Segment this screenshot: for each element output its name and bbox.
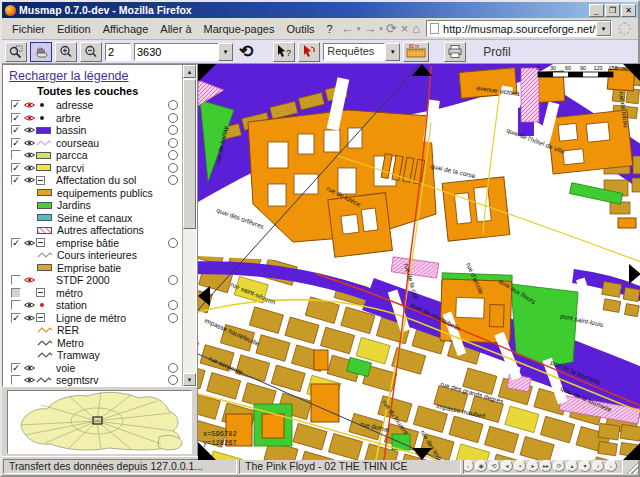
pan-tool-button[interactable] (30, 42, 52, 62)
reload-icon[interactable]: ⟳ (384, 22, 399, 36)
menu-item-aller-[interactable]: Aller à (154, 21, 197, 37)
media-button[interactable]: ▴ (566, 460, 578, 472)
reload-legend-link[interactable]: Recharger la légende (9, 69, 129, 83)
layer-radio[interactable] (168, 363, 178, 373)
forward-icon[interactable]: → (361, 22, 378, 36)
scale-combobox[interactable]: ▾ (134, 43, 233, 61)
layer-visibility-eye-icon[interactable] (24, 301, 36, 309)
media-button[interactable]: › (605, 460, 617, 472)
layer-visibility-eye-icon[interactable] (24, 101, 36, 109)
scroll-up-icon[interactable]: ▲ (183, 65, 196, 78)
layer-checkbox[interactable] (11, 150, 21, 160)
layer-checkbox[interactable]: ✓ (11, 100, 21, 110)
layer-radio[interactable] (168, 375, 178, 385)
layer-checkbox[interactable]: ✓ (11, 175, 21, 185)
identify-tool-button[interactable]: ? (273, 42, 295, 62)
url-dropdown-icon[interactable]: ▾ (596, 21, 611, 36)
menu-item-?[interactable]: ? (321, 21, 339, 37)
layer-visibility-eye-icon[interactable] (24, 139, 36, 147)
zoom-level-input[interactable] (105, 43, 131, 61)
zoom-window-tool-button[interactable] (5, 42, 27, 62)
layer-radio[interactable] (168, 100, 178, 110)
print-button[interactable] (444, 42, 466, 62)
expand-collapse-icon[interactable] (36, 313, 45, 322)
legend-scrollbar[interactable]: ▲ ▼ (182, 65, 196, 386)
media-button[interactable]: ▾ (579, 460, 591, 472)
layer-visibility-eye-icon[interactable] (24, 314, 36, 322)
refresh-map-button[interactable]: ⟲ (236, 43, 256, 61)
layer-symbol (37, 227, 57, 234)
layer-radio[interactable] (168, 275, 178, 285)
map-canvas[interactable]: avenue victoriaquai de l'hôtel de viller… (198, 64, 640, 460)
media-button[interactable]: ⟲ (488, 460, 500, 472)
layer-radio[interactable] (168, 150, 178, 160)
menu-item-affichage[interactable]: Affichage (97, 21, 155, 37)
query-tool-button[interactable] (298, 42, 320, 62)
url-input[interactable] (443, 23, 596, 35)
queries-dropdown-icon[interactable]: ▾ (385, 43, 400, 61)
layer-visibility-eye-icon[interactable] (24, 164, 36, 172)
layer-checkbox[interactable] (11, 375, 21, 385)
layer-checkbox[interactable]: ✓ (11, 163, 21, 173)
menu-item-outils[interactable]: Outils (280, 21, 320, 37)
layer-radio[interactable] (168, 138, 178, 148)
menu-item-marque-pages[interactable]: Marque-pages (198, 21, 281, 37)
layer-visibility-eye-icon[interactable] (24, 126, 36, 134)
layer-checkbox[interactable]: ✓ (11, 238, 21, 248)
scale-input[interactable] (134, 43, 218, 61)
media-button[interactable]: ♪ (592, 460, 604, 472)
layer-visibility-eye-icon[interactable] (24, 239, 36, 247)
layer-radio[interactable] (168, 175, 178, 185)
layer-checkbox[interactable] (11, 288, 21, 298)
layer-checkbox[interactable]: ✓ (11, 313, 21, 323)
layer-visibility-eye-icon[interactable] (24, 376, 36, 384)
expand-collapse-icon[interactable] (36, 176, 45, 185)
layer-checkbox[interactable]: ✓ (11, 363, 21, 373)
menu-item-edition[interactable]: Edition (51, 21, 97, 37)
maximize-button[interactable]: ❐ (605, 4, 620, 17)
layer-radio[interactable] (168, 300, 178, 310)
media-button[interactable]: ▸▸ (540, 460, 552, 472)
layer-visibility-eye-icon[interactable] (24, 364, 36, 372)
minimize-button[interactable]: _ (589, 4, 604, 17)
expand-collapse-icon[interactable] (36, 288, 45, 297)
layer-visibility-eye-icon[interactable] (24, 176, 36, 184)
zoom-out-tool-button[interactable] (80, 42, 102, 62)
url-bar[interactable]: ▾ (426, 20, 612, 37)
media-button[interactable]: ▪ (514, 460, 526, 472)
home-icon[interactable]: ⌂ (410, 22, 422, 36)
scale-dropdown-icon[interactable]: ▾ (218, 43, 233, 61)
layer-visibility-eye-icon[interactable] (24, 276, 36, 284)
layer-radio[interactable] (168, 163, 178, 173)
scrollbar-thumb[interactable] (183, 79, 196, 229)
measure-tool-button[interactable]: 80 m (403, 42, 429, 62)
layer-visibility-eye-icon[interactable] (24, 151, 36, 159)
layer-radio[interactable] (168, 238, 178, 248)
expand-collapse-icon[interactable] (36, 238, 45, 247)
resize-grip[interactable] (624, 459, 638, 474)
layer-checkbox[interactable]: ✓ (11, 138, 21, 148)
layer-visibility-eye-icon[interactable] (24, 114, 36, 122)
media-button[interactable]: › (463, 460, 474, 472)
zoom-in-tool-button[interactable] (55, 42, 77, 62)
media-button[interactable]: ⟳ (553, 460, 565, 472)
media-button[interactable]: ◉ (475, 460, 487, 472)
menu-item-fichier[interactable]: Fichier (6, 21, 51, 37)
back-icon[interactable]: ← (339, 22, 356, 36)
layer-checkbox[interactable] (11, 300, 21, 310)
close-button[interactable]: ✕ (621, 4, 636, 17)
scroll-down-icon[interactable]: ▼ (183, 373, 196, 386)
overview-map[interactable] (7, 390, 192, 454)
layer-checkbox[interactable]: ✓ (11, 113, 21, 123)
layer-radio[interactable] (168, 125, 178, 135)
layer-checkbox[interactable] (11, 275, 21, 285)
queries-combobox[interactable]: Requêtes ... ▾ (323, 43, 400, 61)
layer-row: segmtsrv (9, 374, 180, 387)
layer-checkbox[interactable]: ✓ (11, 125, 21, 135)
profil-label[interactable]: Profil (483, 45, 510, 59)
media-button[interactable]: ▸ (527, 460, 539, 472)
stop-icon[interactable]: × (399, 22, 411, 36)
layer-radio[interactable] (168, 113, 178, 123)
layer-radio[interactable] (168, 313, 178, 323)
media-button[interactable]: ◂ (501, 460, 513, 472)
